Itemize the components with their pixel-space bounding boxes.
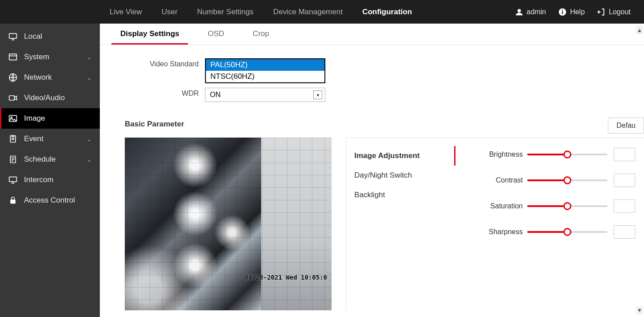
sidebar-label: Network [24,73,52,82]
svg-point-0 [517,9,521,12]
video-preview: 04-28-2021 Wed 10:05:0 [125,138,332,310]
subtabs: Display Settings OSD Crop [100,24,644,45]
help-link[interactable]: Help [558,7,585,17]
logout-link[interactable]: Logout [596,7,631,17]
video-standard-dropdown[interactable]: PAL(50HZ) NTSC(60HZ) [205,58,325,83]
svg-point-3 [562,9,563,11]
sidebar-item-intercom[interactable]: Intercom [0,170,100,190]
info-icon [558,7,567,17]
contrast-label: Contrast [469,176,527,184]
topbar: Live View User Number Settings Device Ma… [0,0,644,24]
sidebar-label: Access Control [24,196,75,205]
chevron-down-icon: ▾ [313,90,322,99]
form-area: Video Standard PAL(50HZ) NTSC(60HZ) WDR … [100,45,644,102]
saturation-label: Saturation [469,202,527,210]
tab-osd[interactable]: OSD [199,24,233,45]
sidebar-item-event[interactable]: Event ⌄ [0,129,100,149]
topbar-right: admin Help Logout [514,7,644,17]
sidebar-label: Local [24,32,42,41]
main-content: Display Settings OSD Crop Video Standard… [100,24,644,317]
sidebar-label: Intercom [24,175,53,184]
brightness-label: Brightness [469,150,527,158]
svg-rect-13 [10,199,16,203]
video-standard-label: Video Standard [127,58,205,68]
slider-knob[interactable] [563,228,571,236]
sidebar-item-access-control[interactable]: Access Control [0,190,100,211]
monitor-icon [8,32,18,41]
scroll-up-arrow[interactable]: ▲ [636,26,643,34]
sidebar-item-local[interactable]: Local [0,26,100,47]
video-standard-option-ntsc[interactable]: NTSC(60HZ) [206,71,324,82]
sidebar-item-image[interactable]: Image [0,108,100,129]
slider-knob[interactable] [563,150,571,158]
schedule-icon [8,154,18,164]
brightness-slider[interactable] [527,154,607,155]
top-nav: Live View User Number Settings Device Ma… [100,1,422,23]
logout-icon [596,7,606,17]
svg-rect-4 [9,33,17,38]
sharpness-label: Sharpness [469,228,527,236]
adjust-tabs: Image Adjustment Day/Night Switch Backli… [346,138,456,310]
tab-display-settings[interactable]: Display Settings [111,24,188,45]
contrast-slider[interactable] [527,179,607,181]
user-icon [514,7,524,17]
chevron-down-icon: ⌄ [86,135,92,142]
adjustment-panel: Defau Image Adjustment Day/Night Switch … [346,138,644,310]
lock-icon [8,195,18,205]
tab-crop[interactable]: Crop [244,24,278,45]
scroll-down-arrow[interactable]: ▼ [636,306,643,314]
globe-icon [8,73,18,82]
nav-live-view[interactable]: Live View [100,1,152,23]
nav-device-management[interactable]: Device Management [263,1,353,23]
sidebar-item-network[interactable]: Network ⌄ [0,67,100,88]
sliders-area: Brightness Contrast Saturation [456,138,644,310]
nav-number-settings[interactable]: Number Settings [187,1,263,23]
tab-image-adjustment[interactable]: Image Adjustment [346,146,455,166]
sidebar-label: Image [24,114,45,123]
video-standard-option-pal[interactable]: PAL(50HZ) [206,59,324,71]
svg-rect-5 [9,54,17,60]
saturation-slider[interactable] [527,205,607,207]
wdr-select[interactable]: ON ▾ [205,88,325,102]
sharpness-input[interactable] [614,225,635,239]
help-label: Help [570,8,585,16]
sidebar: Local System ⌄ Network ⌄ Video/Audio Ima… [0,24,100,317]
chevron-down-icon: ⌄ [86,156,92,163]
sidebar-item-video-audio[interactable]: Video/Audio [0,88,100,108]
sharpness-slider[interactable] [527,231,607,233]
sidebar-label: Schedule [24,155,56,164]
window-icon [8,52,18,62]
sidebar-label: System [24,53,49,61]
logout-label: Logout [609,8,631,16]
preview-timestamp: 04-28-2021 Wed 10:05:0 [245,274,327,281]
contrast-input[interactable] [614,174,635,187]
video-icon [8,93,18,103]
sidebar-item-schedule[interactable]: Schedule ⌄ [0,149,100,170]
user-menu[interactable]: admin [514,7,546,17]
chevron-down-icon: ⌄ [86,74,92,81]
intercom-icon [8,175,18,185]
clipboard-icon [8,134,18,144]
svg-rect-7 [9,96,15,100]
sidebar-label: Event [24,134,43,143]
image-icon [8,114,18,123]
basic-parameter-heading: Basic Parameter [125,120,644,129]
svg-rect-2 [562,11,563,14]
sidebar-label: Video/Audio [24,93,65,102]
username: admin [527,8,546,16]
slider-knob[interactable] [563,202,571,210]
chevron-down-icon: ⌄ [86,53,92,61]
nav-configuration[interactable]: Configuration [353,1,422,23]
tab-backlight[interactable]: Backlight [346,185,455,205]
slider-knob[interactable] [563,176,571,184]
brightness-input[interactable] [614,148,635,161]
sidebar-item-system[interactable]: System ⌄ [0,47,100,67]
saturation-input[interactable] [614,199,635,213]
tab-day-night-switch[interactable]: Day/Night Switch [346,166,455,185]
default-button[interactable]: Defau [608,118,644,134]
nav-user[interactable]: User [152,1,187,23]
wdr-value: ON [210,91,221,99]
svg-rect-12 [9,177,17,182]
wdr-label: WDR [127,88,205,98]
